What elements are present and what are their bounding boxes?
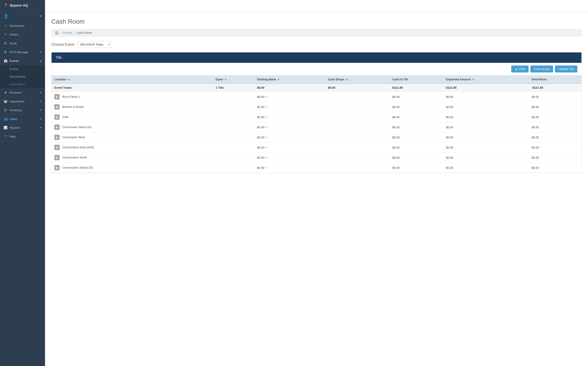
expand-button[interactable]: ▶ [54,155,60,160]
premium-icon: ★ [4,91,7,94]
expand-button[interactable]: ▶ [54,124,60,130]
expected-amount-cell: $0.00 [443,163,529,173]
col-cash-drops: Cash Drops ⇅ [325,76,390,84]
totals-over-short: -$121.65 [529,84,581,92]
sidebar-item-label: Kiosk [9,42,17,45]
sidebar-item-label: Orders [9,33,19,36]
col-cash-in-till: Cash in Till [390,76,443,84]
starting-bank-cell: $0.00 ✏ [254,92,325,102]
expand-button[interactable]: ▶ [54,94,60,99]
cash-in-till-cell: $0.00 [390,112,443,122]
expand-button[interactable]: ▶ [54,114,60,120]
over-short-cell: $0.00 [529,152,581,163]
sidebar-item-pos-manager[interactable]: ⊞ POS Manager ▾ [0,48,45,56]
breadcrumb-events[interactable]: Events [63,31,72,34]
event-select-wrapper[interactable]: 06/13/2019 Today [78,41,111,48]
tills-section: Tills 🖨 Print Cash Drops Update Tills Lo… [51,52,582,173]
edit-icon[interactable]: ✏ [265,115,268,119]
open-cell [213,92,254,102]
starting-bank-cell: $0.00 ✏ [254,122,325,132]
location-icon: 📍 [4,3,8,8]
totals-cash-drops: $0.00 [325,84,390,92]
cash-drops-cell [325,143,390,152]
chevron-up-icon: ▴ [40,59,41,62]
location-cell: ▶ Concession Stand 101 [52,122,213,132]
cash-in-till-cell: $0.00 [390,132,443,143]
sidebar-item-kiosk[interactable]: ⊟ Kiosk [0,39,45,48]
tills-header: Tills [52,53,581,63]
breadcrumb: 🏠 › Events › Cash Room [51,29,582,37]
pos-icon: ⊞ [4,50,7,54]
table-row: ▶ Concessions East (VAS) $0.00 ✏ $0.00 $… [52,143,581,152]
expected-amount-cell: $0.00 [443,132,529,143]
over-short-cell: $0.00 [529,132,581,143]
edit-icon[interactable]: ✏ [265,125,268,129]
sidebar-item-orders[interactable]: ≡ Orders [0,30,45,39]
expand-button[interactable]: ▶ [54,145,60,150]
edit-icon[interactable]: ✏ [265,136,268,139]
cash-drops-cell [325,152,390,163]
chevron-down-icon: ▾ [40,91,41,94]
edit-icon[interactable]: ✏ [265,166,268,169]
sidebar-item-reports[interactable]: 📊 Reports ▾ [0,123,45,132]
cash-drops-cell [325,102,390,112]
col-location: Location ⇅ [52,76,213,84]
breadcrumb-sep2: › [74,31,75,34]
starting-bank-cell: $0.00 ✏ [254,143,325,152]
expected-amount-cell: $0.00 [443,143,529,152]
chevron-down-icon: ▾ [40,100,41,103]
event-chooser: Choose Event: 06/13/2019 Today [51,41,582,48]
sidebar-user[interactable]: 👤 ▾ [0,11,45,21]
sidebar-subitem-events[interactable]: Events [0,65,45,73]
edit-icon[interactable]: ✏ [265,146,268,149]
sidebar-item-dashboard[interactable]: ○ Dashboard [0,21,45,30]
print-button[interactable]: 🖨 Print [511,66,529,72]
update-tills-button[interactable]: Update Tills [555,66,577,72]
open-cell [213,152,254,163]
table-row: ▶ Concessions North $0.00 ✏ $0.00 $0.00 … [52,152,581,163]
event-date-select[interactable]: 06/13/2019 Today [78,41,111,48]
cash-drops-cell [325,122,390,132]
sidebar-subitem-standsheets[interactable]: Standsheets [0,73,45,81]
sidebar-item-labor[interactable]: 👥 Labor ▾ [0,114,45,123]
totals-open: 1 Tills [213,84,254,92]
starting-bank-cell: $0.00 ✏ [254,102,325,112]
open-cell [213,132,254,143]
sidebar-item-help[interactable]: ? Help [0,132,45,141]
totals-cash-in-till: $121.65 [390,84,443,92]
table-row: ▶ Concessions Stand 202 $0.00 ✏ $0.00 $0… [52,163,581,173]
edit-icon[interactable]: ✏ [265,105,268,109]
events-icon: 📅 [4,59,7,63]
col-starting-bank: Starting Bank ⇅ [254,76,325,84]
expand-button[interactable]: ▶ [54,135,60,140]
sidebar-item-inventory[interactable]: ⊟ Inventory ▾ [0,106,45,114]
over-short-cell: $0.00 [529,92,581,102]
chevron-down-icon: ▾ [40,117,41,120]
sidebar-item-label: Help [9,135,16,138]
kiosk-icon: ⊟ [4,41,7,45]
cash-drops-button[interactable]: Cash Drops [530,66,553,72]
sidebar-item-premium[interactable]: ★ Premium ▾ [0,88,45,97]
sidebar-item-label: Events [9,59,19,63]
starting-bank-cell: $0.00 ✏ [254,163,325,173]
edit-icon[interactable]: ✏ [265,95,268,99]
location-name: Bucs Pantry 1 [62,95,81,98]
location-cell: ▶ Concessions North [52,152,213,163]
cash-drops-cell [325,112,390,122]
sidebar-item-ingredients[interactable]: 🧺 Ingredients ▾ [0,97,45,106]
reports-icon: 📊 [4,126,7,130]
over-short-cell: $0.00 [529,122,581,132]
expected-amount-cell: $0.00 [443,112,529,122]
open-cell [213,143,254,152]
location-name: Cafe [62,115,69,119]
sidebar-item-events[interactable]: 📅 Events ▴ [0,56,45,65]
content-area: Cash Room 🏠 › Events › Cash Room Choose … [45,13,588,366]
expand-button[interactable]: ▶ [54,165,60,170]
location-name: Concessions East (VAS) [62,146,94,149]
expected-amount-cell: $0.00 [443,152,529,163]
expand-button[interactable]: ▶ [54,104,60,110]
sort-icon: ⇅ [472,78,474,81]
sidebar-subitem-cash-room[interactable]: Cash Room [0,81,45,88]
app-name: Bypass HQ [10,3,28,7]
edit-icon[interactable]: ✏ [265,156,268,159]
